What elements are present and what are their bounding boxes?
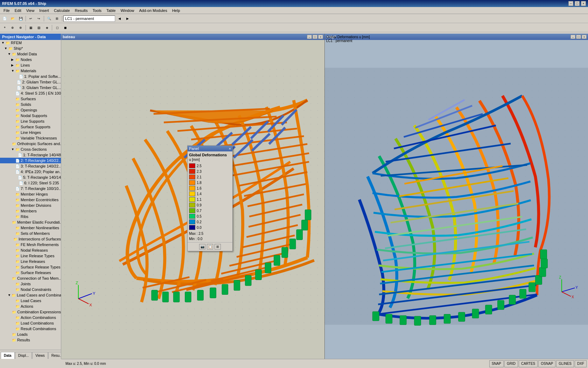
menu-item-edit[interactable]: Edit [13, 8, 23, 13]
nav-item-line-releases[interactable]: 📁Line Releases [0, 259, 61, 264]
nav-item-variable-thicknesses[interactable]: 📁Variable Thicknesses [0, 135, 61, 141]
nav-item-cs2[interactable]: 📄2: T-Rectangle 140/22... [0, 158, 61, 163]
status-btn-glines[interactable]: GLINES [556, 360, 574, 367]
tab-results[interactable]: Resu... [48, 352, 61, 359]
window-controls[interactable]: – □ × [568, 1, 586, 6]
vp-left-close[interactable]: × [318, 35, 323, 39]
nav-item-line-supports[interactable]: 📁Line Supports [0, 118, 61, 124]
save-btn[interactable]: 💾 [17, 15, 24, 22]
nav-item-surface-releases[interactable]: 📁Surface Releases [0, 270, 61, 275]
tb2-5[interactable]: ▧ [35, 24, 43, 31]
nav-item-fe-mesh[interactable]: 📁FE Mesh Refinements [0, 242, 61, 247]
vp-left-min[interactable]: – [307, 35, 312, 39]
nav-item-mat4[interactable]: 📄4: Steel S 235 | EN 100 [0, 90, 61, 96]
open-btn[interactable]: 📂 [9, 15, 16, 22]
nav-item-mat3[interactable]: 📄3: Glulam Timber GL... [0, 85, 61, 90]
nav-item-load-cases[interactable]: 📁Load Cases [0, 298, 61, 304]
nav-item-results[interactable]: 📁Results [0, 337, 61, 343]
nav-item-load-combinations[interactable]: 📁Load Combinations [0, 320, 61, 326]
tb2-6[interactable]: ◈ [43, 24, 51, 31]
lc-next[interactable]: ▶ [124, 15, 131, 22]
nav-item-joints[interactable]: 📁Joints [0, 281, 61, 287]
nav-item-ship[interactable]: ▼📁Ship* [0, 46, 61, 51]
maximize-btn[interactable]: □ [575, 1, 580, 6]
nav-item-line-hinges[interactable]: 📁Line Hinges [0, 130, 61, 135]
nav-item-connection-two-members[interactable]: 📁Connection of Two Mem... [0, 275, 61, 281]
nav-item-cross-sections[interactable]: ▼📁Cross-Sections [0, 146, 61, 152]
nav-item-cs5[interactable]: 📄5: T-Rectangle 140/14 [0, 175, 61, 180]
nav-item-ribs[interactable]: 📁Ribs [0, 214, 61, 219]
tab-data[interactable]: Data [1, 352, 15, 359]
menu-item-insert[interactable]: Insert [37, 8, 51, 13]
nav-item-member-nonlinearities[interactable]: 📁Member Nonlinearities [0, 225, 61, 231]
nav-item-rfem[interactable]: ▼📁RFEM [0, 40, 61, 46]
menu-item-add-on-modules[interactable]: Add-on Modules [137, 8, 169, 13]
panel-copy-btn[interactable]: 📋 [207, 244, 213, 250]
menu-item-window[interactable]: Window [118, 8, 136, 13]
nav-item-lines[interactable]: ▶📁Lines [0, 62, 61, 68]
undo-btn[interactable]: ↩ [27, 15, 35, 22]
nav-item-actions[interactable]: 📁Actions [0, 304, 61, 309]
nav-item-orthotropic[interactable]: 📁Orthotropic Surfaces and... [0, 141, 61, 146]
redo-btn[interactable]: ↪ [35, 15, 43, 22]
nav-item-nodes[interactable]: ▶📁Nodes [0, 57, 61, 62]
tb2-8[interactable]: ◼ [61, 24, 69, 31]
menu-item-table[interactable]: Table [104, 8, 118, 13]
status-btn-dxf[interactable]: DXF [575, 360, 587, 367]
status-btn-cartes[interactable]: CARTES [519, 360, 538, 367]
nav-item-mat1[interactable]: 📄1: Poplar and Softw... [0, 74, 61, 79]
nav-item-cs6[interactable]: 📄6: I 220; Steel S 235 [0, 180, 61, 186]
nav-item-loads[interactable]: 📁Loads [0, 332, 61, 337]
tab-display[interactable]: Displ... [15, 352, 32, 359]
nav-item-materials[interactable]: ▼📁Materials [0, 68, 61, 74]
zoom-btn[interactable]: 🔍 [45, 15, 53, 22]
status-btn-snap[interactable]: SNAP [489, 360, 504, 367]
tb2-1[interactable]: ⌖ [1, 24, 8, 31]
nav-item-nodal-constraints[interactable]: 📁Nodal Constraints [0, 287, 61, 292]
menu-item-calculate[interactable]: Calculate [52, 8, 72, 13]
nav-item-cs7[interactable]: 📄7: T-Rectangle 100/10... [0, 186, 61, 191]
new-btn[interactable]: 📄 [1, 15, 8, 22]
fit-btn[interactable]: ⊞ [53, 15, 61, 22]
nav-item-member-divisions[interactable]: 📁Member Divisions [0, 203, 61, 208]
status-btn-grid[interactable]: GRID [504, 360, 518, 367]
menu-item-tools[interactable]: Tools [90, 8, 104, 13]
nav-item-nodal-supports[interactable]: 📁Nodal Supports [0, 113, 61, 118]
nav-item-sets-of-members[interactable]: 📁Sets of Members [0, 231, 61, 236]
nav-item-nodal-releases[interactable]: 📁Nodal Releases [0, 247, 61, 253]
nav-item-openings[interactable]: 📁Openings [0, 107, 61, 113]
nav-item-surface-supports[interactable]: 📁Surface Supports [0, 124, 61, 130]
lc-prev[interactable]: ◀ [115, 15, 123, 22]
nav-item-combination-expressions[interactable]: 📁Combination Expressions [0, 309, 61, 315]
vp-left-max[interactable]: □ [313, 35, 317, 39]
tb2-3[interactable]: ⊗ [17, 24, 24, 31]
tb2-4[interactable]: ▦ [27, 24, 35, 31]
nav-item-members[interactable]: 📁Members [0, 208, 61, 214]
nav-item-member-hinges[interactable]: 📁Member Hinges [0, 191, 61, 197]
nav-item-result-combinations[interactable]: 📁Result Combinations [0, 326, 61, 332]
nav-item-cs4[interactable]: 📄4: IPEa 220; Poplar an... [0, 169, 61, 175]
lc-dropdown[interactable]: LC1 - permanent [63, 15, 115, 22]
nav-item-line-release-types[interactable]: 📁Line Release Types [0, 253, 61, 259]
nav-item-surface-release-types[interactable]: 📁Surface Release Types [0, 264, 61, 270]
menu-item-help[interactable]: Help [170, 8, 182, 13]
panel-header[interactable]: Panel × [188, 146, 232, 151]
nav-item-intersections[interactable]: 📁Intersections of Surfaces [0, 236, 61, 242]
close-btn[interactable]: × [581, 1, 586, 6]
nav-item-load-cases-combinations[interactable]: ▼📁Load Cases and Combinatio... [0, 292, 61, 298]
nav-item-action-combinations[interactable]: 📁Action Combinations [0, 315, 61, 320]
nav-item-cs1[interactable]: 📄1: T-Rectangle 140/48 [0, 152, 61, 158]
menu-item-results[interactable]: Results [73, 8, 90, 13]
panel-close-btn[interactable]: × [229, 146, 231, 151]
nav-item-member-eccentricities[interactable]: 📁Member Eccentricities [0, 197, 61, 203]
tb2-7[interactable]: ◻ [53, 24, 61, 31]
tb2-2[interactable]: ⊕ [9, 24, 16, 31]
nav-item-member-elastic[interactable]: 📁Member Elastic Foundati... [0, 219, 61, 225]
nav-item-cs3[interactable]: 📄3: T-Rectangle 140/22... [0, 163, 61, 169]
nav-item-model-data[interactable]: ▼📁Model Data [0, 51, 61, 57]
nav-item-surfaces[interactable]: 📁Surfaces [0, 96, 61, 102]
minimize-btn[interactable]: – [568, 1, 573, 6]
menu-item-file[interactable]: File [1, 8, 12, 13]
viewport-left-controls[interactable]: – □ × [307, 35, 323, 39]
nav-item-solids[interactable]: 📁Solids [0, 102, 61, 107]
